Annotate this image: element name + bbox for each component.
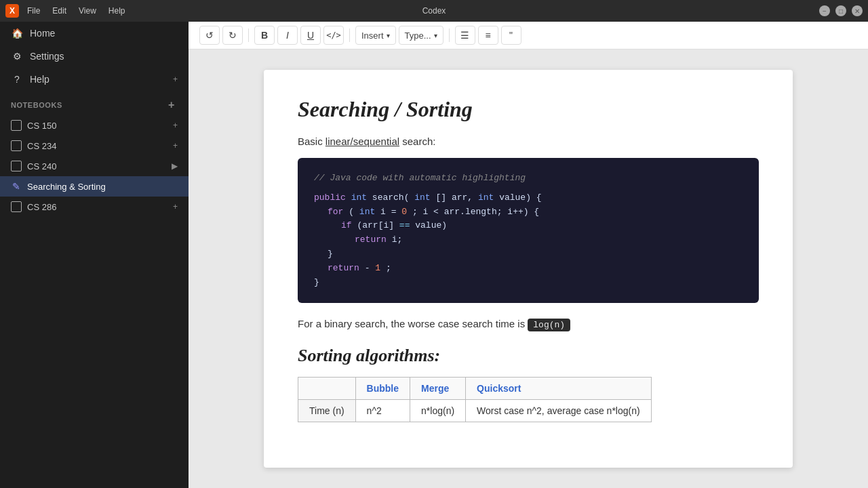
toolbar-separator-3: [449, 28, 450, 42]
close-button[interactable]: ✕: [852, 5, 863, 16]
code-block: // Java code with automatic highlighting…: [298, 158, 759, 303]
ordered-list-button[interactable]: ≡: [478, 26, 498, 45]
home-icon: 🏠: [11, 27, 23, 39]
code-line-7: }: [314, 276, 743, 290]
sidebar: 🏠 Home ⚙ Settings ? Help + NOTEBOOKS + C…: [0, 22, 189, 488]
minimize-button[interactable]: −: [819, 5, 830, 16]
code-line-2: for ( int i = 0 ; i < arr.length; i++) {: [314, 205, 743, 220]
notebooks-label: NOTEBOOKS: [11, 101, 62, 109]
subtitle-post: search:: [399, 136, 435, 147]
app-logo: X: [5, 4, 19, 18]
titlebar: X File Edit View Help Codex − □ ✕: [0, 0, 868, 22]
code-line-5: }: [314, 247, 743, 262]
menu-edit[interactable]: Edit: [47, 5, 72, 17]
page-subtitle: Basic linear/sequential search:: [298, 136, 759, 147]
notebook-label-cs286: CS 286: [27, 202, 167, 212]
sidebar-item-settings[interactable]: ⚙ Settings: [0, 45, 189, 68]
underline-button[interactable]: U: [300, 26, 321, 45]
editor-page: Searching / Sorting Basic linear/sequent…: [264, 70, 793, 468]
binary-text-pre: For a binary search, the worse case sear…: [298, 318, 528, 329]
notebook-item-cs150[interactable]: CS 150 +: [0, 115, 189, 136]
table-header-quicksort: Quicksort: [466, 377, 652, 399]
notebook-item-searching[interactable]: ✎ Searching & Sorting: [0, 176, 189, 197]
notebook-label-cs240: CS 240: [27, 161, 166, 171]
menu-view[interactable]: View: [73, 5, 102, 17]
maximize-button[interactable]: □: [835, 5, 846, 16]
toolbar-separator-2: [349, 28, 350, 42]
italic-button[interactable]: I: [277, 26, 298, 45]
inline-code-logn: log(n): [528, 319, 570, 331]
notebook-icon-cs286: [11, 201, 22, 212]
page-title: Searching / Sorting: [298, 97, 759, 122]
insert-dropdown[interactable]: Insert ▾: [355, 26, 396, 45]
code-comment: // Java code with automatic highlighting: [314, 171, 743, 186]
redo-button[interactable]: ↻: [222, 26, 243, 45]
settings-icon: ⚙: [11, 50, 23, 62]
sidebar-settings-label: Settings: [30, 51, 64, 62]
sidebar-item-help[interactable]: ? Help +: [0, 68, 189, 91]
expand-icon-cs240: ▶: [172, 161, 178, 171]
expand-icon-cs286: +: [173, 202, 178, 211]
expand-icon-cs234: +: [173, 141, 178, 150]
table-header-bubble: Bubble: [355, 377, 410, 399]
sorting-heading: Sorting algorithms:: [298, 346, 759, 366]
bold-button[interactable]: B: [254, 26, 275, 45]
code-line-3: if (arr[i] == value): [314, 219, 743, 233]
notebook-icon-cs150: [11, 120, 22, 131]
titlebar-left: X File Edit View Help: [5, 4, 131, 18]
table-row: Time (n) n^2 n*log(n) Worst case n^2, av…: [298, 399, 652, 422]
code-line-6: return - 1 ;: [314, 262, 743, 276]
notebooks-section-header: NOTEBOOKS +: [0, 91, 189, 115]
help-expand-icon: +: [173, 75, 178, 84]
notebook-item-cs286[interactable]: CS 286 +: [0, 197, 189, 217]
binary-search-text: For a binary search, the worse case sear…: [298, 317, 759, 332]
unordered-list-button[interactable]: ☰: [455, 26, 475, 45]
sidebar-help-label: Help: [30, 74, 50, 85]
sorting-table: Bubble Merge Quicksort Time (n) n^2 n*lo…: [298, 377, 652, 422]
sidebar-item-home[interactable]: 🏠 Home: [0, 22, 189, 45]
editor-wrapper: Searching / Sorting Basic linear/sequent…: [189, 49, 868, 488]
notebook-label-searching: Searching & Sorting: [27, 182, 178, 192]
toolbar: ↺ ↻ B I U </> Insert ▾ Type... ▾ ☰ ≡ ": [189, 22, 868, 49]
type-label: Type...: [405, 30, 431, 41]
app-layout: 🏠 Home ⚙ Settings ? Help + NOTEBOOKS + C…: [0, 22, 868, 488]
table-cell-merge-time: n*log(n): [410, 399, 466, 422]
table-cell-quick-time: Worst case n^2, average case n*log(n): [466, 399, 652, 422]
window-controls: − □ ✕: [819, 5, 863, 16]
code-button[interactable]: </>: [323, 26, 344, 45]
insert-label: Insert: [361, 30, 384, 41]
window-title: Codex: [422, 6, 446, 16]
notebook-icon-searching: ✎: [11, 181, 22, 192]
notebook-label-cs234: CS 234: [27, 141, 167, 151]
help-icon: ?: [11, 73, 23, 85]
notebook-label-cs150: CS 150: [27, 121, 167, 131]
toolbar-separator-1: [248, 28, 249, 42]
table-header-merge: Merge: [410, 377, 466, 399]
subtitle-underline: linear/sequential: [326, 136, 399, 147]
table-cell-bubble-time: n^2: [355, 399, 410, 422]
type-chevron-icon: ▾: [434, 32, 437, 39]
quote-button[interactable]: ": [501, 26, 521, 45]
notebook-icon-cs234: [11, 140, 22, 151]
expand-icon-cs150: +: [173, 121, 178, 130]
menu-file[interactable]: File: [22, 5, 45, 17]
undo-button[interactable]: ↺: [199, 26, 220, 45]
insert-chevron-icon: ▾: [387, 32, 390, 39]
code-line-1: public int search( int [] arr, int value…: [314, 191, 743, 205]
notebook-item-cs240[interactable]: CS 240 ▶: [0, 156, 189, 176]
code-line-4: return i;: [314, 233, 743, 247]
table-cell-time-label: Time (n): [298, 399, 356, 422]
sidebar-home-label: Home: [30, 28, 55, 39]
notebook-icon-cs240: [11, 161, 22, 171]
menu-help[interactable]: Help: [103, 5, 131, 17]
add-notebook-button[interactable]: +: [165, 99, 178, 111]
table-header-empty: [298, 377, 356, 399]
notebook-item-cs234[interactable]: CS 234 +: [0, 136, 189, 156]
titlebar-menu: File Edit View Help: [22, 5, 131, 17]
type-dropdown[interactable]: Type... ▾: [399, 26, 443, 45]
subtitle-pre: Basic: [298, 136, 326, 147]
content-area: ↺ ↻ B I U </> Insert ▾ Type... ▾ ☰ ≡ ": [189, 22, 868, 488]
